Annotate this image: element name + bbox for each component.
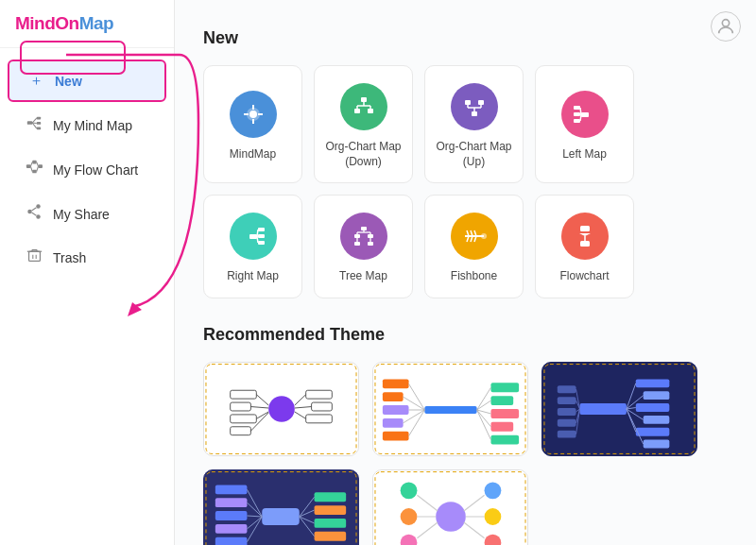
svg-point-31	[249, 111, 257, 118]
svg-point-183	[485, 508, 502, 525]
map-card-mindmap[interactable]: MindMap	[203, 65, 302, 183]
sidebar: MindOnMap ＋ New My Mind Map My Flow Char…	[0, 0, 175, 545]
svg-rect-111	[383, 405, 409, 415]
right-map-label: Right Map	[227, 269, 279, 284]
svg-point-92	[268, 396, 295, 422]
svg-rect-62	[258, 241, 265, 245]
svg-rect-136	[644, 416, 670, 424]
map-card-left-map[interactable]: Left Map	[535, 65, 634, 183]
svg-rect-3	[37, 128, 42, 130]
tree-map-icon	[340, 213, 387, 260]
new-icon: ＋	[26, 72, 45, 90]
sidebar-item-new[interactable]: ＋ New	[8, 60, 166, 102]
svg-rect-70	[368, 242, 373, 246]
logo: MindOnMap	[15, 13, 113, 34]
svg-line-65	[257, 237, 258, 244]
map-card-tree-map[interactable]: Tree Map	[314, 195, 413, 298]
svg-rect-67	[354, 234, 360, 238]
svg-rect-115	[490, 383, 519, 392]
flow-chart-icon	[25, 159, 43, 180]
svg-rect-86	[580, 226, 590, 231]
svg-rect-110	[383, 392, 404, 401]
svg-rect-8	[32, 161, 37, 164]
svg-rect-44	[472, 111, 477, 116]
flowchart-icon	[561, 213, 609, 260]
svg-rect-66	[361, 227, 367, 230]
theme-grid	[203, 362, 728, 545]
svg-rect-132	[580, 403, 627, 415]
svg-rect-68	[368, 234, 373, 238]
svg-point-178	[436, 502, 466, 532]
svg-rect-170	[315, 519, 347, 528]
svg-rect-112	[383, 418, 404, 428]
map-card-flowchart[interactable]: Flowchart	[535, 195, 634, 298]
svg-rect-119	[490, 434, 519, 444]
svg-rect-161	[215, 524, 248, 534]
svg-rect-116	[490, 396, 513, 405]
sidebar-item-my-flow-chart[interactable]: My Flow Chart	[8, 148, 166, 191]
svg-rect-117	[490, 409, 519, 418]
svg-rect-59	[249, 234, 257, 239]
svg-rect-159	[215, 498, 248, 507]
recommended-section: Recommended Theme	[203, 325, 728, 545]
map-card-fishbone[interactable]: Fishbone	[424, 195, 524, 298]
trash-label: Trash	[53, 250, 86, 265]
svg-point-17	[27, 210, 32, 214]
svg-line-19	[32, 213, 37, 215]
svg-rect-149	[558, 431, 576, 438]
sidebar-new-label: New	[55, 74, 82, 89]
svg-rect-10	[39, 164, 43, 168]
logo-mind: Mind	[15, 13, 55, 33]
map-card-right-map[interactable]: Right Map	[203, 195, 302, 298]
svg-point-179	[401, 482, 418, 499]
svg-rect-46	[478, 100, 484, 105]
svg-point-29	[722, 20, 729, 26]
sidebar-item-my-mind-map[interactable]: My Mind Map	[8, 104, 166, 146]
tree-map-label: Tree Map	[339, 269, 387, 284]
org-chart-up-icon	[451, 83, 498, 130]
sidebar-item-trash[interactable]: Trash	[8, 237, 166, 279]
svg-rect-7	[26, 164, 31, 168]
sidebar-item-my-share[interactable]: My Share	[8, 193, 166, 235]
svg-line-13	[37, 162, 39, 167]
svg-point-182	[485, 482, 502, 499]
recommended-title: Recommended Theme	[203, 325, 728, 345]
svg-rect-38	[368, 109, 373, 113]
svg-point-85	[481, 233, 487, 239]
map-type-grid: MindMap Org-Chart Map (Down) Org-Chart M…	[203, 65, 728, 298]
svg-marker-87	[579, 233, 591, 236]
map-card-org-up[interactable]: Org-Chart Map (Up)	[424, 65, 524, 183]
svg-rect-1	[37, 117, 42, 120]
svg-rect-171	[315, 532, 347, 541]
org-down-label: Org-Chart Map (Down)	[325, 140, 401, 169]
svg-rect-135	[636, 403, 670, 412]
theme-card-4[interactable]	[203, 469, 359, 545]
logo-area: MindOnMap	[0, 0, 174, 48]
svg-rect-168	[315, 492, 347, 502]
share-icon	[25, 203, 43, 225]
svg-rect-158	[215, 485, 248, 494]
logo-on: On	[55, 13, 78, 33]
svg-rect-162	[215, 537, 248, 545]
svg-rect-114	[424, 406, 476, 414]
theme-card-5[interactable]	[372, 469, 528, 545]
user-avatar[interactable]	[711, 11, 741, 42]
svg-rect-69	[354, 242, 360, 246]
new-section: New MindMap Org-Chart Map (Down)	[203, 28, 728, 298]
svg-rect-45	[465, 100, 471, 105]
map-card-org-down[interactable]: Org-Chart Map (Down)	[314, 65, 413, 183]
svg-line-11	[30, 162, 32, 167]
svg-rect-109	[383, 379, 409, 388]
svg-line-63	[257, 230, 258, 237]
theme-card-3[interactable]	[541, 362, 697, 456]
svg-rect-0	[27, 121, 32, 125]
left-map-label: Left Map	[562, 147, 607, 162]
right-map-icon	[230, 213, 277, 260]
svg-rect-138	[644, 439, 670, 448]
theme-card-2[interactable]	[372, 362, 528, 456]
my-mind-map-label: My Mind Map	[53, 118, 132, 133]
theme-card-1[interactable]	[203, 362, 359, 456]
svg-line-58	[580, 114, 581, 121]
svg-line-14	[37, 166, 39, 171]
org-chart-down-icon	[340, 83, 387, 130]
